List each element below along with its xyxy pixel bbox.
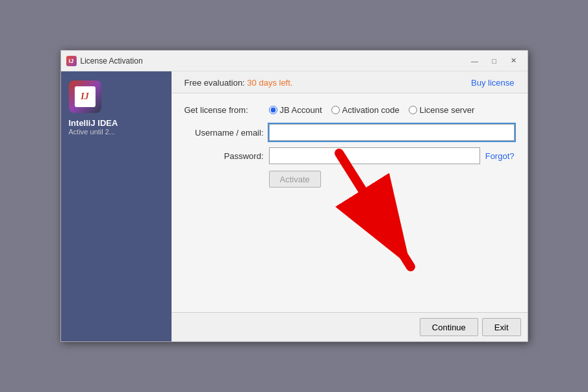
right-panel: Free evaluation: 30 days left. Buy licen… <box>172 71 528 341</box>
exit-button[interactable]: Exit <box>482 318 521 336</box>
radio-activation-code[interactable]: Activation code <box>331 105 400 115</box>
radio-license-server-label: License server <box>420 105 475 115</box>
license-source-label: Get license from: <box>185 105 269 115</box>
product-icon: IJ <box>69 80 101 113</box>
continue-button[interactable]: Continue <box>420 318 478 336</box>
radio-group: JB Account Activation code License serve… <box>269 105 475 115</box>
window-controls: — □ ✕ <box>467 55 522 67</box>
license-form: Get license from: JB Account Activation … <box>172 93 528 312</box>
username-label: Username / email: <box>185 128 269 138</box>
username-row: Username / email: <box>185 124 515 141</box>
eval-text: Free evaluation: 30 days left. <box>185 78 293 88</box>
title-bar: IJ License Activation — □ ✕ <box>61 51 528 71</box>
main-section: IJ IntelliJ IDEA Active until 2... Free … <box>61 71 528 341</box>
product-sub: Active until 2... <box>69 128 116 136</box>
maximize-button[interactable]: □ <box>486 55 503 67</box>
close-button[interactable]: ✕ <box>505 55 522 67</box>
radio-jb-account[interactable]: JB Account <box>269 105 322 115</box>
days-left: 30 days left. <box>247 78 292 88</box>
eval-prefix: Free evaluation: <box>185 78 248 88</box>
radio-jb-account-input[interactable] <box>269 106 277 114</box>
password-label: Password: <box>185 151 269 161</box>
window-title: License Activation <box>81 56 467 66</box>
svg-line-1 <box>339 153 411 267</box>
app-icon: IJ <box>66 56 77 66</box>
arrow-svg <box>326 140 430 283</box>
radio-activation-code-label: Activation code <box>342 105 400 115</box>
radio-license-server-input[interactable] <box>409 106 417 114</box>
radio-activation-code-input[interactable] <box>331 106 340 114</box>
red-arrow <box>326 140 430 285</box>
license-source-row: Get license from: JB Account Activation … <box>185 105 515 115</box>
main-window: IJ License Activation — □ ✕ IJ IntelliJ … <box>60 50 528 342</box>
product-icon-letters: IJ <box>75 86 96 107</box>
activate-button[interactable]: Activate <box>269 171 321 188</box>
product-name: IntelliJ IDEA <box>69 118 118 128</box>
arrow-area <box>185 188 515 304</box>
radio-license-server[interactable]: License server <box>409 105 475 115</box>
bottom-bar: Continue Exit <box>172 312 528 341</box>
buy-license-link[interactable]: Buy license <box>471 78 514 88</box>
forgot-link[interactable]: Forgot? <box>485 151 515 161</box>
sidebar: IJ IntelliJ IDEA Active until 2... <box>61 71 172 341</box>
eval-banner: Free evaluation: 30 days left. Buy licen… <box>172 71 528 93</box>
username-input[interactable] <box>269 124 515 141</box>
minimize-button[interactable]: — <box>467 55 483 67</box>
radio-jb-account-label: JB Account <box>280 105 322 115</box>
